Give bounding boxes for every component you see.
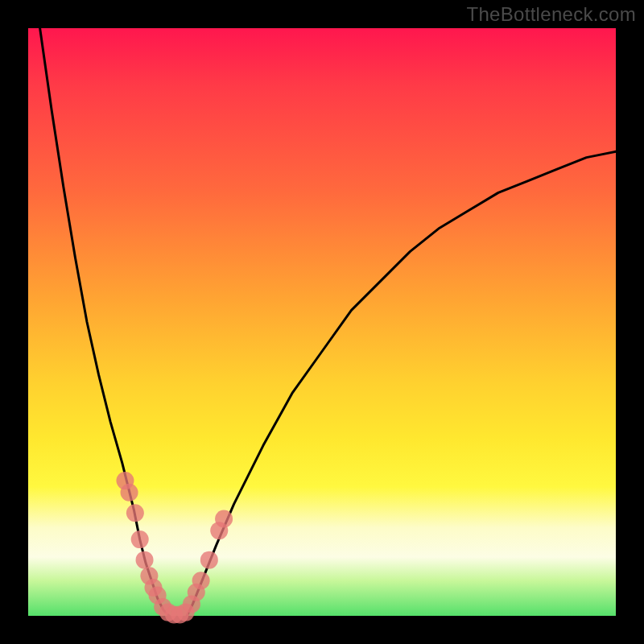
plot-area [28, 28, 616, 616]
chart-frame: TheBottleneck.com [0, 0, 644, 644]
curve-right-branch [187, 151, 616, 616]
marker-left-branch-markers [126, 504, 144, 522]
watermark-text: TheBottleneck.com [466, 3, 636, 26]
marker-right-branch-markers [215, 510, 233, 528]
marker-right-branch-markers [192, 572, 210, 589]
marker-left-branch-markers [121, 484, 138, 502]
marker-right-branch-markers [200, 551, 218, 569]
marker-left-branch-markers [136, 551, 154, 569]
marker-left-branch-markers [131, 530, 149, 548]
curve-left-branch [40, 28, 170, 616]
curve-svg [28, 28, 616, 616]
